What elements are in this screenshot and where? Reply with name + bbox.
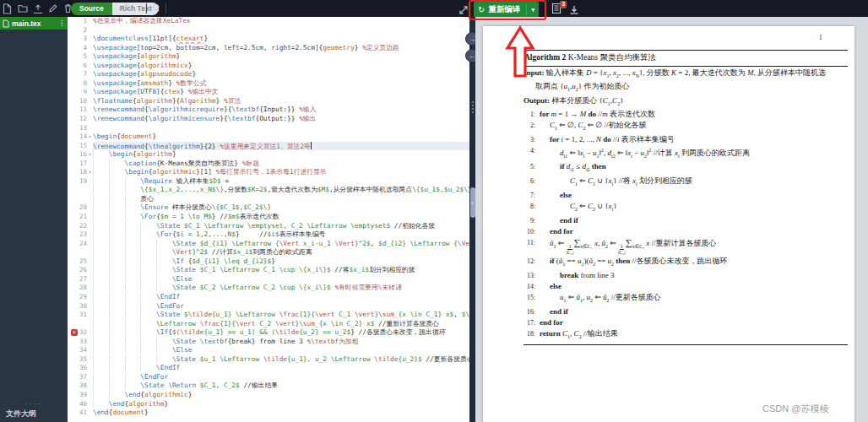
pane-divider[interactable]: → ← › <box>469 17 475 422</box>
code-line[interactable]: 38 \State \Return $C_1, C_2$ //输出结果 <box>68 381 469 391</box>
code-line[interactable]: 12\renewcommand{\algorithmicensure}{\tex… <box>68 115 469 124</box>
code-line[interactable]: \Leftarrow \frac{1}{\vert C_2 \vert}\sum… <box>68 320 469 329</box>
code-text[interactable]: \renewcommand{\algorithmicrequire}{\text… <box>93 106 469 115</box>
code-line[interactable]: 15\renewcommand{\thealgorithm}{2} %这里用来定… <box>68 142 469 151</box>
code-line[interactable]: 17 \caption{K-Means聚类自均衡算法} %标题 <box>68 160 469 169</box>
code-text[interactable]: \EndIf <box>93 293 469 302</box>
code-editor[interactable]: 1%在菜单中，编译器选择XeLaTex23\documentclass[11pt… <box>68 17 469 422</box>
logs-icon[interactable]: 3 <box>551 3 562 15</box>
code-text[interactable]: \usepackage{algorithm} <box>93 52 469 62</box>
code-text[interactable]: \caption{K-Means聚类自均衡算法} %标题 <box>93 160 469 169</box>
code-text[interactable]: \Else <box>93 346 469 355</box>
new-file-icon[interactable] <box>2 3 13 14</box>
outline-resize-handle[interactable]: ···· <box>0 401 68 406</box>
code-text[interactable]: \If{$(\tilde{u_1} == u_1) && (\tilde{u_2… <box>93 328 469 338</box>
file-item-main-tex[interactable]: main.tex ⋮ <box>0 17 68 30</box>
code-line[interactable]: 30 \EndFor <box>68 302 469 311</box>
code-line[interactable]: 4\usepackage[top=2cm, bottom=2cm, left=2… <box>68 44 469 53</box>
code-text[interactable]: \For{$m = 1 \to M$} //$m$表示迭代次数 <box>93 213 469 222</box>
code-line[interactable]: 7\usepackage{algpseudocode} <box>68 70 469 79</box>
code-text[interactable]: \end{algorithm} <box>93 400 469 409</box>
code-line[interactable]: 31 \State $\tilde{u_1} \Leftarrow \frac{… <box>68 311 469 320</box>
code-line[interactable]: 40 \end{algorithm} <box>68 400 469 409</box>
code-text[interactable]: 质心 <box>93 195 469 204</box>
code-line[interactable]: 28 \State $C_2 \Leftarrow C_2 \cup \{x_i… <box>68 284 469 293</box>
code-text[interactable]: \For{$i = 1,2,...,N$} //$i$表示样本集编号 <box>93 230 469 240</box>
code-text[interactable]: \EndFor <box>93 373 469 382</box>
code-line[interactable]: 10\floatname{algorithm}{Algorithm} %算法 <box>68 97 469 106</box>
code-text[interactable]: \Ensure 样本分簇质心\{$C_1$,$C_2$\} <box>93 203 469 213</box>
code-text[interactable]: \EndIf <box>93 364 469 373</box>
code-text[interactable]: \State \textbf{break} from line 3 %\text… <box>93 338 469 347</box>
code-line[interactable]: 20 \Ensure 样本分簇质心\{$C_1$,$C_2$\} <box>68 203 469 213</box>
code-text[interactable]: \usepackage[top=2cm, bottom=2cm, left=2.… <box>93 44 469 53</box>
code-text[interactable]: \State $d_{i1} \Leftarrow {\Vert x_i-u_1… <box>93 240 469 249</box>
code-line[interactable]: 6\usepackage{algorithmicx} <box>68 62 469 71</box>
code-line[interactable]: 27 \Else <box>68 275 469 284</box>
code-text[interactable]: \Leftarrow \frac{1}{\vert C_2 \vert}\sum… <box>93 320 469 329</box>
fold-caret-icon[interactable]: ▾ <box>87 150 93 160</box>
code-line[interactable]: 29 \EndIf <box>68 293 469 302</box>
code-text[interactable]: \State $\tilde{u_1} \Leftarrow \frac{1}{… <box>93 311 469 320</box>
code-line[interactable]: 11\renewcommand{\algorithmicrequire}{\te… <box>68 106 469 115</box>
code-text[interactable]: \State $C_1 \Leftarrow \emptyset, C_2 \L… <box>93 222 469 231</box>
code-line[interactable]: 26 \State $C_1 \Leftarrow C_1 \cup \{x_i… <box>68 266 469 275</box>
code-text[interactable]: \begin{algorithmic}[1] %每行显示行号，1表示每1行进行显… <box>93 168 469 177</box>
code-text[interactable]: \floatname{algorithm}{Algorithm} %算法 <box>93 97 469 106</box>
code-line[interactable]: 25 \If {$d_{i1} \leq d_{i2}$} <box>68 257 469 267</box>
code-line[interactable]: 34 \Else <box>68 346 469 355</box>
code-line[interactable]: 24 \State $d_{i1} \Leftarrow {\Vert x_i-… <box>68 240 469 249</box>
file-outline-header[interactable]: 文件大纲 <box>6 408 36 419</box>
upload-icon[interactable] <box>32 3 43 14</box>
code-text[interactable] <box>93 26 469 35</box>
code-text[interactable]: \State \Return $C_1, C_2$ //输出结果 <box>93 381 469 391</box>
code-line[interactable]: 41\end{document} <box>68 408 469 418</box>
code-text[interactable]: \usepackage{algpseudocode} <box>93 70 469 79</box>
code-text[interactable]: \documentclass[11pt]{ctexart} <box>93 35 469 44</box>
code-line[interactable]: 18▾ \begin{algorithmic}[1] %每行显示行号，1表示每1… <box>68 168 469 177</box>
code-line[interactable]: 23 \For{$i = 1,2,...,N$} //$i$表示样本集编号 <box>68 230 469 240</box>
divider-scroll-thumb[interactable]: › <box>470 187 475 218</box>
code-text[interactable]: \EndFor <box>93 302 469 311</box>
recompile-button[interactable]: ↻ 重新编译 ▾ <box>474 2 539 18</box>
code-line[interactable]: 2 <box>68 26 469 35</box>
rename-pencil-icon[interactable] <box>47 3 58 14</box>
code-line[interactable]: 16▾ \begin{algorithm} <box>68 150 469 160</box>
file-menu-kebab-icon[interactable]: ⋮ <box>58 19 65 27</box>
code-text[interactable]: \usepackage[UTF8]{ctex} %输出中文 <box>93 88 469 97</box>
code-text[interactable]: \State $C_1 \Leftarrow C_1 \cup \{x_i\}$… <box>93 266 469 275</box>
code-text[interactable]: \begin{document} <box>93 133 469 142</box>
code-text[interactable]: %在菜单中，编译器选择XeLaTex <box>93 17 469 26</box>
code-line[interactable]: 19 \Require 输入样本集$D$ = <box>68 177 469 187</box>
code-text[interactable]: \{$x_1,x_2,...,x_N$\},分簇数$K=2$,最大迭代次数为$M… <box>93 186 469 195</box>
code-text[interactable]: \usepackage{amsmath} %数学公式 <box>93 79 469 89</box>
code-text[interactable] <box>93 124 469 133</box>
code-text[interactable]: \usepackage{algorithmicx} <box>93 62 469 71</box>
code-text[interactable]: \end{algorithmic} <box>93 391 469 400</box>
code-line[interactable]: 37 \EndFor <box>68 373 469 382</box>
code-text[interactable]: \State $u_1 \Leftarrow \tilde{u_1}, u_2 … <box>93 355 469 365</box>
code-line[interactable]: 9\usepackage[UTF8]{ctex} %输出中文 <box>68 88 469 97</box>
code-text[interactable]: \If {$d_{i1} \leq d_{i2}$} <box>93 257 469 267</box>
fold-caret-icon[interactable]: ▾ <box>87 133 93 142</box>
code-text[interactable]: \end{document} <box>93 408 469 418</box>
code-text[interactable]: \State $C_2 \Leftarrow C_2 \cup \{x_i\}$… <box>93 284 469 293</box>
symbol-palette-icon[interactable]: Ω <box>152 3 160 13</box>
code-line[interactable]: 13 <box>68 124 469 133</box>
chevron-down-icon[interactable]: ▾ <box>531 7 534 14</box>
code-line[interactable]: \{$x_1,x_2,...,x_N$\},分簇数$K=2$,最大迭代次数为$M… <box>68 186 469 195</box>
code-line[interactable]: 22 \State $C_1 \Leftarrow \emptyset, C_2… <box>68 222 469 231</box>
code-line[interactable]: 33 \State \textbf{break} from line 3 %\t… <box>68 338 469 347</box>
code-line[interactable]: 21 \For{$m = 1 \to M$} //$m$表示迭代次数 <box>68 213 469 222</box>
code-text[interactable]: \renewcommand{\algorithmicensure}{\textb… <box>93 115 469 124</box>
divider-drag-handle[interactable] <box>472 101 474 103</box>
code-text[interactable]: \begin{algorithm} <box>93 150 469 160</box>
code-line[interactable]: 35 \State $u_1 \Leftarrow \tilde{u_1}, u… <box>68 355 469 365</box>
code-line[interactable]: 3\documentclass[11pt]{ctexart} <box>68 35 469 44</box>
tab-source[interactable]: Source <box>71 3 112 15</box>
code-text[interactable]: \Vert}^2$ //计算$x_i$到两质心的欧式距离 <box>93 248 469 257</box>
code-line[interactable]: 14▾\begin{document} <box>68 133 469 142</box>
code-line[interactable]: 39 \end{algorithmic} <box>68 391 469 400</box>
new-folder-icon[interactable] <box>17 3 28 14</box>
code-text[interactable]: \renewcommand{\thealgorithm}{2} %这里用来定义算… <box>93 142 469 151</box>
